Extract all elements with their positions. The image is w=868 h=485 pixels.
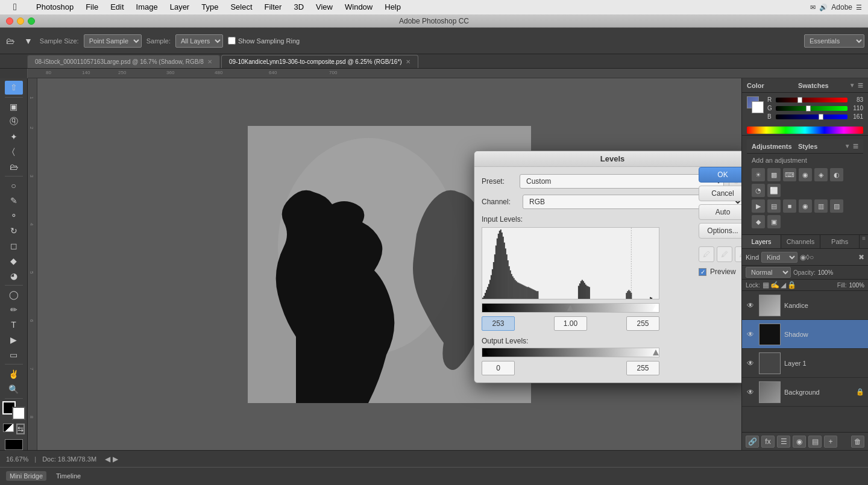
paths-tab[interactable]: Paths [820,235,860,248]
channels-tab[interactable]: Channels [781,235,820,248]
menu-view[interactable]: View [310,0,339,14]
lock-all-icon[interactable]: 🔒 [787,281,796,289]
hand-tool[interactable]: ✌ [5,367,23,381]
input-white-value[interactable] [626,316,659,331]
layer-fx-button[interactable]: fx [761,436,775,448]
healing-brush[interactable]: ○ [5,179,23,193]
menu-edit[interactable]: Edit [104,0,130,14]
show-sampling-ring-checkbox[interactable] [228,37,236,45]
output-white-handle[interactable] [653,348,659,355]
path-select-tool[interactable]: ▶ [5,333,23,347]
eyedropper-tool-tb[interactable]: 🗁 [5,160,23,174]
layer-visibility-layer1[interactable]: 👁 [746,358,755,368]
quick-select-tool[interactable]: ✦ [5,130,23,143]
selective-color-adj[interactable]: ▣ [767,215,781,228]
mini-bridge-tab[interactable]: Mini Bridge [6,471,46,481]
blend-mode-select[interactable]: Normal [746,267,791,278]
gradient-map-adj[interactable]: ◆ [752,215,765,228]
swap-colors[interactable]: ⇆ [16,424,25,434]
output-levels-slider[interactable] [482,348,659,357]
menu-3d[interactable]: 3D [288,0,310,14]
b-slider-thumb[interactable] [819,114,823,120]
background-color[interactable] [12,407,25,420]
tab-1-close[interactable]: ✕ [207,58,212,65]
background-color-box[interactable] [752,101,764,113]
tool-options-arrow[interactable]: ▼ [22,35,35,47]
color-panel-header[interactable]: Color Swatches ▼ ≡ [742,78,868,93]
nav-prev-icon[interactable]: ◀ [105,455,110,463]
layer-item-kandice[interactable]: 👁 Kandice [742,291,868,320]
brush-tool[interactable]: ✎ [5,194,23,208]
eraser-tool[interactable]: ◻ [5,239,23,253]
tab-2-close[interactable]: ✕ [406,58,410,65]
maximize-button[interactable] [28,17,35,25]
vibrance-adj[interactable]: ◈ [814,168,828,181]
ok-button[interactable]: OK [699,167,741,183]
show-sampling-ring-label[interactable]: Show Sampling Ring [228,37,300,45]
lock-position-icon[interactable]: ◢ [781,281,786,289]
blur-tool[interactable]: ◕ [5,269,23,283]
menu-image[interactable]: Image [130,0,164,14]
dodge-tool[interactable]: ◯ [5,288,23,302]
select-rect-tool[interactable]: ▣ [5,100,23,114]
lock-transparent-icon[interactable]: ▦ [763,281,769,289]
layer-mask-button[interactable]: ☰ [777,436,790,448]
quick-mask-mode[interactable] [5,439,23,450]
gray-point-eyedropper[interactable]: 🖉 [717,246,732,262]
new-layer-button[interactable]: + [824,436,837,448]
output-white-value[interactable] [626,361,659,375]
layer-item-shadow[interactable]: 👁 Shadow [742,320,868,349]
nav-next-icon[interactable]: ▶ [113,455,118,463]
output-black-value[interactable] [482,361,515,375]
stamp-tool[interactable]: ⚬ [5,209,23,223]
white-point-eyedropper[interactable]: 🖊 [735,246,741,262]
default-colors[interactable] [3,424,14,432]
layer-kind-filter[interactable]: Kind [761,252,797,263]
new-adj-layer-button[interactable]: ◉ [793,436,806,448]
menu-type[interactable]: Type [195,0,224,14]
cancel-button[interactable]: Cancel [699,186,741,201]
black-point-handle[interactable] [482,304,488,311]
bw-adj[interactable]: ⬜ [767,184,781,197]
levels-adj[interactable]: ▩ [767,168,781,181]
layer-item-layer1[interactable]: 👁 Layer 1 [742,349,868,378]
minimize-button[interactable] [17,17,24,25]
g-slider-thumb[interactable] [806,105,811,111]
photo-filter-adj[interactable]: ▶ [752,199,765,213]
brightness-contrast-adj[interactable]: ☀ [752,168,765,181]
lock-pixels-icon[interactable]: ✍ [770,281,779,289]
sample-size-select[interactable]: Point Sample [84,34,142,48]
r-slider[interactable] [776,98,848,102]
filter-icons[interactable]: ◉◊○ [800,253,814,261]
menu-select[interactable]: Select [224,0,258,14]
preview-checkbox[interactable]: ✓ [699,268,706,276]
tab-1[interactable]: 08-iStock_000011057163Large.psd @ 16.7% … [27,55,220,68]
midtone-handle[interactable] [567,304,573,311]
color-spectrum-bar[interactable] [742,125,868,135]
posterize-adj[interactable]: ▥ [814,199,828,213]
text-tool[interactable]: T [5,318,23,332]
output-black-handle[interactable] [482,348,488,355]
menu-filter[interactable]: Filter [259,0,288,14]
canvas-area[interactable]: 1 2 3 4 5 6 7 8 [28,78,741,450]
new-group-button[interactable]: ▤ [808,436,822,448]
history-brush[interactable]: ↻ [5,224,23,238]
hsl-adj[interactable]: ◐ [830,168,843,181]
r-slider-thumb[interactable] [797,97,802,103]
color-lookup-adj[interactable]: ■ [783,199,796,213]
lasso-tool[interactable]: ⓠ [5,115,23,129]
layer-filter-toggle[interactable]: ✖ [858,253,864,261]
timeline-tab[interactable]: Timeline [52,471,84,481]
exposure-adj[interactable]: ◉ [799,168,812,181]
menu-photoshop[interactable]: Photoshop [30,0,80,14]
move-tool[interactable]: ⇧ [5,81,23,95]
shape-tool[interactable]: ▭ [5,348,23,362]
auto-button[interactable]: Auto [699,204,741,220]
curves-adj[interactable]: ⌨ [783,168,796,181]
adj-panel-options-icon[interactable]: ≡ [853,141,858,152]
layer-visibility-background[interactable]: 👁 [746,387,755,397]
input-mid-value[interactable] [554,316,587,331]
close-button[interactable] [6,17,13,25]
layer-link-button[interactable]: 🔗 [746,436,759,448]
menu-file[interactable]: File [80,0,104,14]
